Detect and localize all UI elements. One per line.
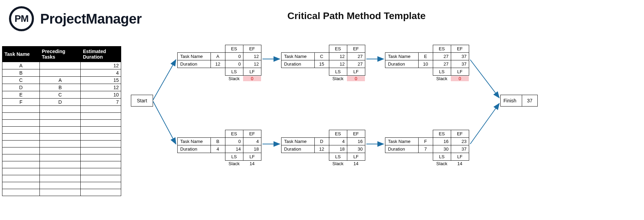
cell-duration: 10 <box>81 91 121 99</box>
ls-value: 12 <box>329 60 347 68</box>
table-row <box>2 182 121 189</box>
table-row: A12 <box>2 62 121 69</box>
duration-value: 4 <box>211 145 225 153</box>
cell-task-name: D <box>2 84 40 91</box>
cell-duration: 4 <box>81 69 121 77</box>
lf-header: LF <box>451 153 469 161</box>
cell-task-name: B <box>2 69 40 77</box>
table-row <box>2 175 121 182</box>
task-name-label: Task Name <box>281 52 315 60</box>
ef-header: EF <box>451 45 469 53</box>
cell-task-name: F <box>2 99 40 106</box>
task-name-value: F <box>418 137 433 145</box>
table-row <box>2 161 121 168</box>
table-row <box>2 168 121 175</box>
cell-task-name: A <box>2 62 40 69</box>
task-node-e: ESEFTask NameE2737Duration102737LSLFSlac… <box>385 45 475 81</box>
task-name-value: B <box>211 137 225 145</box>
lf-value: 37 <box>451 60 469 68</box>
lf-header: LF <box>243 68 261 76</box>
es-header: ES <box>225 45 243 53</box>
ls-header: LS <box>433 68 451 76</box>
svg-line-1 <box>153 60 176 100</box>
table-row <box>2 113 121 120</box>
table-row <box>2 120 121 127</box>
slack-label: Slack <box>329 76 347 81</box>
slack-value: 14 <box>243 161 261 166</box>
slack-value: 14 <box>451 161 469 166</box>
svg-line-2 <box>153 101 176 144</box>
table-row: CA15 <box>2 77 121 84</box>
duration-value: 12 <box>211 60 225 68</box>
start-label: Start <box>137 98 147 103</box>
cell-duration: 12 <box>81 84 121 91</box>
col-duration: Estimated Duration <box>81 46 121 62</box>
es-value: 4 <box>329 137 347 145</box>
ls-value: 14 <box>225 145 243 153</box>
slack-label: Slack <box>433 161 451 166</box>
ls-header: LS <box>225 68 243 76</box>
task-name-label: Task Name <box>281 137 315 145</box>
cell-task-name: C <box>2 77 40 84</box>
cell-preceding: C <box>39 91 81 99</box>
table-row: FD7 <box>2 99 121 106</box>
brand-name: ProjectManager <box>40 11 142 27</box>
lf-value: 30 <box>347 145 365 153</box>
lf-value: 18 <box>243 145 261 153</box>
table-row: B4 <box>2 69 121 77</box>
logo-icon: PM <box>9 6 34 31</box>
ls-header: LS <box>225 153 243 161</box>
cell-preceding: A <box>39 77 81 84</box>
header: PM ProjectManager <box>9 6 142 31</box>
ls-value: 30 <box>433 145 451 153</box>
lf-header: LF <box>243 153 261 161</box>
duration-label: Duration <box>281 145 315 153</box>
lf-header: LF <box>347 153 365 161</box>
duration-label: Duration <box>385 60 419 68</box>
cell-preceding: D <box>39 99 81 106</box>
slack-value: 0 <box>243 76 261 81</box>
ls-value: 27 <box>433 60 451 68</box>
cell-preceding: B <box>39 84 81 91</box>
ef-value: 37 <box>451 52 469 60</box>
finish-label: Finish <box>501 95 522 106</box>
duration-value: 7 <box>418 145 433 153</box>
ef-header: EF <box>347 45 365 53</box>
es-header: ES <box>329 45 347 53</box>
cell-preceding <box>39 62 81 69</box>
es-header: ES <box>433 130 451 138</box>
slack-label: Slack <box>433 76 451 81</box>
es-value: 0 <box>225 52 243 60</box>
lf-value: 12 <box>243 60 261 68</box>
es-header: ES <box>329 130 347 138</box>
task-node-b: ESEFTask NameB04Duration41418LSLFSlack14 <box>177 130 267 166</box>
es-value: 16 <box>433 137 451 145</box>
cell-duration: 7 <box>81 99 121 106</box>
ef-header: EF <box>451 130 469 138</box>
ef-header: EF <box>243 130 261 138</box>
task-name-label: Task Name <box>177 52 211 60</box>
es-header: ES <box>225 130 243 138</box>
start-node: Start <box>131 95 153 107</box>
duration-label: Duration <box>385 145 419 153</box>
duration-value: 10 <box>418 60 433 68</box>
ef-value: 16 <box>347 137 365 145</box>
ls-value: 18 <box>329 145 347 153</box>
duration-label: Duration <box>281 60 315 68</box>
slack-value: 0 <box>451 76 469 81</box>
ef-header: EF <box>243 45 261 53</box>
ls-value: 0 <box>225 60 243 68</box>
task-name-value: C <box>314 52 329 60</box>
col-task-name: Task Name <box>2 46 40 62</box>
ls-header: LS <box>329 153 347 161</box>
es-header: ES <box>433 45 451 53</box>
duration-value: 15 <box>314 60 329 68</box>
table-row: DB12 <box>2 84 121 91</box>
task-name-label: Task Name <box>385 137 419 145</box>
col-preceding: Preceding Tasks <box>39 46 81 62</box>
table-row <box>2 106 121 113</box>
lf-value: 27 <box>347 60 365 68</box>
ef-value: 4 <box>243 137 261 145</box>
table-row: EC10 <box>2 91 121 99</box>
lf-header: LF <box>347 68 365 76</box>
